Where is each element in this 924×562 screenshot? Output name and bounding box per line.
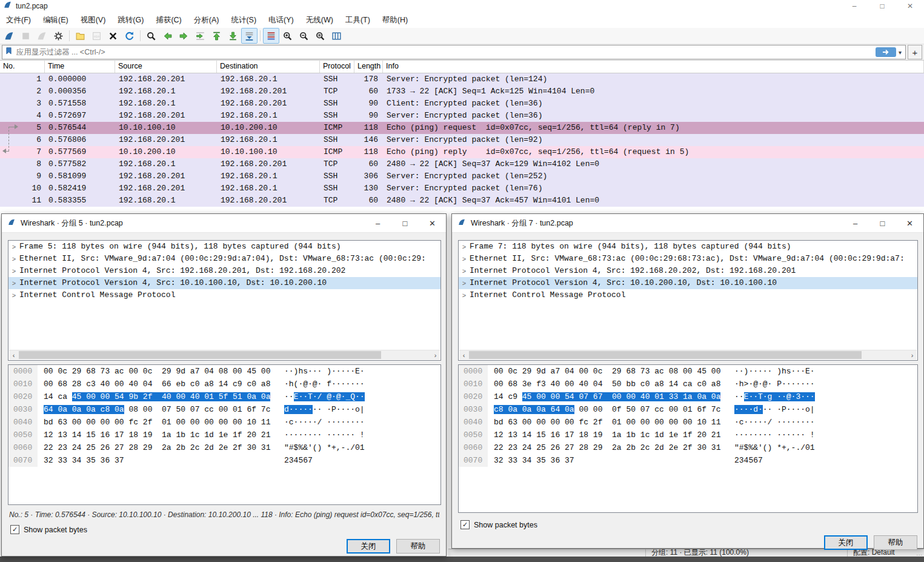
- maximize-button[interactable]: □: [868, 0, 896, 12]
- packet-row[interactable]: 100.582419192.168.20.201192.168.20.1SSH1…: [0, 182, 924, 195]
- minimize-button[interactable]: –: [840, 0, 868, 12]
- zoom-reset-icon[interactable]: [312, 28, 328, 44]
- filter-field[interactable]: ▾: [2, 45, 906, 59]
- show-packet-bytes-checkbox[interactable]: ✓: [10, 525, 19, 534]
- packet-row[interactable]: 40.572697192.168.20.201192.168.20.1SSH90…: [0, 110, 924, 122]
- hex-row[interactable]: 000000 0c 29 9d a7 04 00 0c 29 68 73 ac …: [459, 365, 917, 378]
- packet-row[interactable]: 20.000356192.168.20.1192.168.20.201TCP60…: [0, 85, 924, 98]
- tree-row[interactable]: >Ethernet II, Src: VMware_68:73:ac (00:0…: [459, 253, 917, 265]
- hex-row[interactable]: 005012 13 14 15 16 17 18 19 1a 1b 1c 1d …: [459, 429, 917, 441]
- go-first-icon[interactable]: [208, 28, 225, 44]
- save-file-icon[interactable]: 010: [88, 28, 105, 44]
- hex-row[interactable]: 005012 13 14 15 16 17 18 19 1a 1b 1c 1d …: [8, 429, 440, 441]
- filter-add-button[interactable]: +: [908, 45, 922, 59]
- zoom-in-icon[interactable]: [279, 28, 296, 44]
- packet-row[interactable]: 110.583355192.168.20.1192.168.20.201TCP6…: [0, 195, 924, 207]
- column-header-info[interactable]: Info: [383, 61, 924, 73]
- find-packet-icon[interactable]: [143, 28, 159, 44]
- tree-row[interactable]: >Internet Control Message Protocol: [459, 289, 917, 301]
- bookmark-icon[interactable]: [5, 47, 13, 58]
- hex-row[interactable]: 007032 33 34 35 36 37234567: [8, 454, 440, 467]
- maximize-button[interactable]: □: [391, 214, 419, 232]
- hex-row[interactable]: 006022 23 24 25 26 27 28 29 2a 2b 2c 2d …: [459, 441, 917, 454]
- tree-row[interactable]: >Internet Protocol Version 4, Src: 192.1…: [459, 265, 917, 277]
- zoom-out-icon[interactable]: [296, 28, 312, 44]
- tree-hscrollbar[interactable]: ‹ ›: [459, 350, 917, 360]
- minimize-button[interactable]: –: [364, 214, 391, 232]
- restart-capture-icon[interactable]: [34, 28, 50, 44]
- tree-row[interactable]: >Internet Control Message Protocol: [8, 289, 440, 301]
- hex-row[interactable]: 007032 33 34 35 36 37234567: [459, 454, 917, 467]
- hex-row[interactable]: 002014 c9 45 00 00 54 07 67 00 00 40 01 …: [459, 390, 917, 403]
- colorize-icon[interactable]: [263, 28, 279, 44]
- go-back-icon[interactable]: [159, 28, 176, 44]
- scroll-left-arrow-icon[interactable]: ‹: [9, 350, 18, 360]
- hex-row[interactable]: 001000 68 3e f3 40 00 40 04 50 bb c0 a8 …: [459, 378, 917, 390]
- resize-grip-icon[interactable]: ...: [916, 550, 923, 557]
- go-last-icon[interactable]: [225, 28, 241, 44]
- column-header-length[interactable]: Length: [354, 61, 383, 73]
- close-button[interactable]: ✕: [419, 214, 446, 232]
- hex-row[interactable]: 0040bd 63 00 00 00 00 fc 2f 01 00 00 00 …: [459, 416, 917, 429]
- menu-item[interactable]: 统计(S): [225, 12, 262, 28]
- scroll-right-arrow-icon[interactable]: ›: [431, 350, 440, 360]
- close-dialog-button[interactable]: 关闭: [824, 535, 868, 550]
- expand-chevron-icon[interactable]: >: [459, 265, 470, 277]
- menu-item[interactable]: 跳转(G): [111, 12, 150, 28]
- scrollbar-thumb[interactable]: [469, 351, 862, 359]
- expand-chevron-icon[interactable]: >: [459, 277, 470, 289]
- filter-apply-button[interactable]: [876, 47, 896, 57]
- stop-capture-icon[interactable]: [18, 28, 34, 44]
- auto-scroll-icon[interactable]: [241, 28, 258, 44]
- hex-row[interactable]: 003064 0a 0a 0a c8 0a 08 00 07 50 07 cc …: [8, 403, 440, 416]
- tree-hscrollbar[interactable]: ‹ ›: [9, 350, 440, 360]
- tree-row[interactable]: >Ethernet II, Src: VMware_9d:a7:04 (00:0…: [8, 253, 440, 265]
- start-capture-icon[interactable]: [1, 28, 18, 44]
- tree-row[interactable]: >Internet Protocol Version 4, Src: 192.1…: [8, 265, 440, 277]
- tree-row[interactable]: >Internet Protocol Version 4, Src: 10.10…: [459, 277, 917, 289]
- go-to-packet-icon[interactable]: [192, 28, 208, 44]
- menu-item[interactable]: 捕获(C): [150, 12, 187, 28]
- hex-row[interactable]: 0030c8 0a 0a 0a 64 0a 00 00 0f 50 07 cc …: [459, 403, 917, 416]
- reload-file-icon[interactable]: [121, 28, 138, 44]
- hex-row[interactable]: 0040bd 63 00 00 00 00 fc 2f 01 00 00 00 …: [8, 416, 440, 429]
- hex-row[interactable]: 006022 23 24 25 26 27 28 29 2a 2b 2c 2d …: [8, 441, 440, 454]
- column-header-destination[interactable]: Destination: [217, 61, 320, 73]
- menu-item[interactable]: 帮助(H): [376, 12, 414, 28]
- tree-row[interactable]: >Frame 7: 118 bytes on wire (944 bits), …: [459, 241, 917, 253]
- expand-chevron-icon[interactable]: >: [8, 265, 19, 277]
- scroll-left-arrow-icon[interactable]: ‹: [459, 350, 468, 360]
- filter-dropdown-icon[interactable]: ▾: [899, 49, 902, 56]
- menu-item[interactable]: 编辑(E): [37, 12, 75, 28]
- close-dialog-button[interactable]: 关闭: [347, 539, 390, 554]
- hex-row[interactable]: 001000 68 28 c3 40 00 40 04 66 eb c0 a8 …: [8, 378, 440, 390]
- packet-row[interactable]: 80.577582192.168.20.1192.168.20.201TCP60…: [0, 158, 924, 170]
- menu-item[interactable]: 视图(V): [75, 12, 112, 28]
- menu-item[interactable]: 工具(T): [339, 12, 376, 28]
- close-button[interactable]: ✕: [896, 0, 924, 12]
- help-button[interactable]: 帮助: [396, 539, 440, 554]
- expand-chevron-icon[interactable]: >: [8, 289, 19, 301]
- packet-row[interactable]: 70.57756910.10.200.1010.10.100.10ICMP118…: [0, 146, 924, 158]
- tree-row[interactable]: >Internet Protocol Version 4, Src: 10.10…: [8, 277, 440, 289]
- expand-chevron-icon[interactable]: >: [459, 241, 470, 253]
- open-file-icon[interactable]: [72, 28, 88, 44]
- hex-row[interactable]: 000000 0c 29 68 73 ac 00 0c 29 9d a7 04 …: [8, 365, 440, 378]
- packet-row[interactable]: 60.576806192.168.20.201192.168.20.1SSH14…: [0, 134, 924, 146]
- expand-chevron-icon[interactable]: >: [459, 289, 470, 301]
- packet-row[interactable]: 50.57654410.10.100.1010.10.200.10ICMP118…: [0, 122, 924, 134]
- menu-item[interactable]: 电话(Y): [262, 12, 300, 28]
- expand-chevron-icon[interactable]: >: [8, 253, 19, 265]
- scroll-right-arrow-icon[interactable]: ›: [908, 350, 917, 360]
- help-button[interactable]: 帮助: [874, 535, 917, 550]
- tree-row[interactable]: >Frame 5: 118 bytes on wire (944 bits), …: [8, 241, 440, 253]
- packet-row[interactable]: 90.581099192.168.20.201192.168.20.1SSH30…: [0, 170, 924, 182]
- column-header-protocol[interactable]: Protocol: [320, 61, 354, 73]
- filter-input[interactable]: [15, 47, 876, 57]
- column-header-no[interactable]: No.: [0, 61, 45, 73]
- close-button[interactable]: ✕: [896, 214, 923, 232]
- menu-item[interactable]: 分析(A): [188, 12, 225, 28]
- column-header-time[interactable]: Time: [45, 61, 115, 73]
- column-header-source[interactable]: Source: [115, 61, 217, 73]
- capture-options-icon[interactable]: [50, 28, 67, 44]
